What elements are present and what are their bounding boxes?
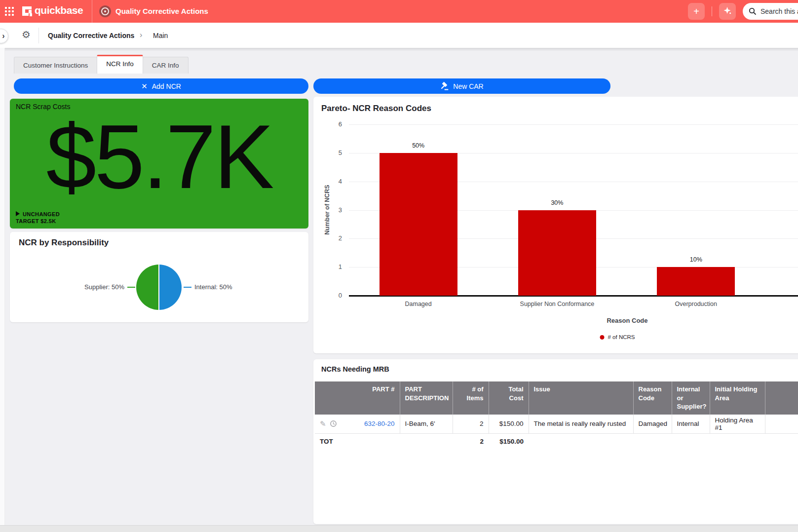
totals-empty [529, 433, 798, 450]
y-tick-0: 0 [322, 292, 342, 299]
y-tick-1: 1 [322, 263, 342, 270]
y-tick-3: 3 [322, 206, 342, 214]
pareto-chart: 012345650%Damaged30%Supplier Non Conform… [313, 97, 798, 353]
topbar-divider [92, 0, 92, 23]
pie-chart-title: NCR by Responsibility [19, 238, 109, 248]
brand-wordmark[interactable]: quickbase [35, 4, 83, 16]
column-header-part-description[interactable]: PART DESCRIPTION [400, 381, 453, 415]
column-header--of-items[interactable]: # of Items [453, 381, 489, 415]
view-history-icon[interactable] [330, 420, 337, 427]
column-header-initial-holding-area[interactable]: Initial Holding Area [710, 381, 765, 415]
edit-record-icon[interactable]: ✎ [320, 419, 326, 428]
plus-icon: + [693, 6, 699, 17]
tab-customer-instructions[interactable]: Customer Instructions [14, 57, 97, 74]
breadcrumb-page[interactable]: Main [153, 32, 168, 39]
top-bar: quickbase Quality Corrective Actions + [0, 0, 798, 23]
chart-legend: # of NCRS [600, 334, 635, 340]
legend-dot-icon [600, 335, 605, 340]
column-header-part-[interactable]: PART # [315, 381, 400, 415]
bar-damaged[interactable] [380, 153, 457, 296]
supplier-leader-line [127, 287, 135, 288]
breadcrumb-app-link[interactable]: Quality Corrective Actions [48, 32, 134, 39]
column-header-issue[interactable]: Issue [529, 381, 633, 415]
gear-icon[interactable]: ⚙ [22, 29, 31, 40]
tab-ncr-info[interactable]: NCR Info [97, 55, 143, 74]
column-header-reason-code[interactable]: Reason Code [633, 381, 672, 415]
table-cell: $150.00 [489, 415, 529, 434]
app-switcher-icon[interactable] [5, 7, 14, 16]
pareto-chart-card: Pareto- NCR Reason Codes Number of NCRS … [313, 97, 798, 353]
totals-cost: $150.00 [489, 433, 529, 450]
mrb-table-card: NCRs Needing MRB PART #PART DESCRIPTION#… [313, 359, 798, 524]
kpi-trend: UNCHANGED [23, 211, 60, 217]
y-tick-5: 5 [322, 149, 342, 156]
internal-leader-line [184, 287, 191, 288]
gridline-y6 [349, 124, 798, 125]
table-cell: Holding Area #1 [710, 415, 765, 434]
table-row: ✎632-80-20I-Beam, 6'2$150.00The metal is… [315, 415, 798, 434]
collapsed-left-rail [0, 48, 5, 525]
kpi-target: TARGET $2.5K [16, 218, 60, 224]
x-icon: ✕ [141, 82, 148, 91]
x-category-label: Supplier Non Conformance [493, 301, 621, 307]
column-header-total-cost[interactable]: Total Cost [489, 381, 529, 415]
search-placeholder-text: Search this a [760, 7, 798, 15]
pie-slice-divider [158, 265, 159, 310]
horizontal-scrollbar[interactable] [0, 525, 798, 532]
add-ncr-label: Add NCR [152, 82, 181, 90]
kpi-footer: UNCHANGED TARGET $2.5K [16, 211, 60, 224]
record-link[interactable]: 632-80-20 [364, 420, 395, 427]
bar-value-label: 50% [389, 142, 448, 149]
kpi-ncr-scrap-costs-card[interactable]: NCR Scrap Costs $5.7K UNCHANGED TARGET $… [10, 99, 308, 228]
x-axis-label: Reason Code [607, 317, 647, 324]
bar-supplier-non-conformance[interactable] [518, 210, 596, 296]
topbar-small-divider [712, 6, 712, 16]
new-car-button[interactable]: New CAR [313, 78, 610, 94]
pie-label-supplier: Supplier: 50% [10, 283, 124, 291]
column-header-internal-or-supplier-[interactable]: Internal or Supplier? [672, 381, 710, 415]
add-new-button[interactable]: + [688, 3, 705, 20]
table-cell: Internal [672, 415, 710, 434]
chevron-right-icon: › [2, 32, 4, 40]
table-cell: 2 [453, 415, 489, 434]
y-tick-2: 2 [322, 234, 342, 242]
mrb-table-title: NCRs Needing MRB [321, 365, 389, 373]
tab-car-info[interactable]: CAR Info [143, 57, 189, 74]
table-cell: Damaged [633, 415, 672, 434]
totals-row: TOT2$150.00 [315, 433, 798, 450]
legend-label: # of NCRS [608, 334, 635, 340]
record-actions-cell: ✎632-80-20 [315, 415, 400, 434]
kpi-value: $5.7K [10, 108, 308, 206]
breadcrumb-divider [38, 28, 39, 43]
trend-arrow-icon [16, 211, 20, 216]
table-cell: The metal is really really rusted [529, 415, 633, 434]
y-tick-4: 4 [322, 178, 342, 185]
x-category-label: Damaged [354, 301, 483, 307]
app-title: Quality Corrective Actions [115, 7, 208, 15]
bar-value-label: 30% [528, 199, 587, 206]
totals-label: TOT [315, 433, 453, 450]
table-cell: I-Beam, 6' [400, 415, 453, 434]
app-icon [99, 5, 111, 17]
new-car-label: New CAR [453, 82, 483, 90]
sparkle-icon [723, 6, 732, 17]
column-header-cutoff[interactable] [765, 381, 798, 415]
ai-assistant-button[interactable] [719, 3, 736, 20]
pie-label-internal: Internal: 50% [194, 283, 308, 291]
y-tick-6: 6 [322, 120, 342, 128]
pie-chart-card: NCR by Responsibility Supplier: 50%Inter… [10, 232, 308, 322]
bar-overproduction[interactable] [657, 267, 735, 296]
x-category-label: Overproduction [632, 301, 760, 307]
quickbase-app: quickbase Quality Corrective Actions + [0, 0, 798, 532]
content-top-shadow [0, 48, 798, 51]
add-ncr-button[interactable]: ✕ Add NCR [14, 78, 308, 94]
table-cell [765, 415, 798, 434]
mrb-table: PART #PART DESCRIPTION# of ItemsTotal Co… [315, 381, 798, 450]
search-icon [749, 7, 757, 15]
breadcrumb-separator: › [140, 31, 142, 39]
totals-items: 2 [453, 433, 489, 450]
quickbase-logo-icon[interactable] [22, 6, 32, 18]
page-tabs: Customer InstructionsNCR InfoCAR Info [14, 55, 188, 74]
search-input[interactable]: Search this a [743, 3, 798, 20]
bar-value-label: 10% [666, 256, 725, 263]
